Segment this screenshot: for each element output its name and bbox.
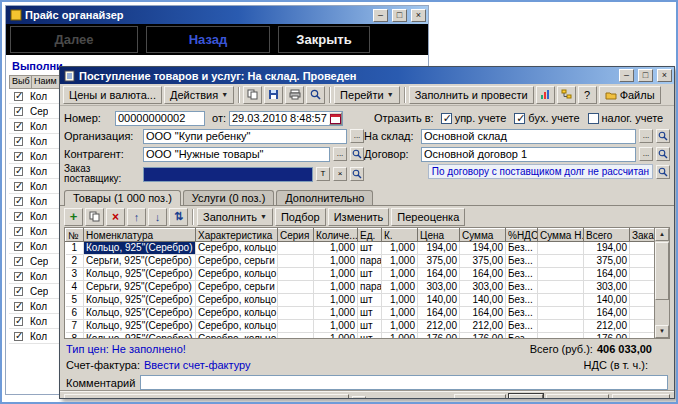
delete-row-icon[interactable]: × bbox=[106, 208, 125, 226]
close-button[interactable]: × bbox=[411, 9, 426, 22]
actions-button[interactable]: Действия ▼ bbox=[164, 86, 234, 104]
checkbox-item[interactable]: бух. учете bbox=[514, 112, 579, 124]
fill-and-post-button[interactable]: Заполнить и провести bbox=[409, 86, 534, 104]
copy-row-icon[interactable] bbox=[85, 208, 104, 226]
structure-icon[interactable] bbox=[557, 86, 576, 104]
row-checkbox[interactable] bbox=[14, 122, 23, 131]
column-header[interactable]: Ед. bbox=[358, 229, 382, 242]
print-form-dropdown[interactable]: ▼ bbox=[352, 396, 366, 399]
table-row[interactable]: 5Кольцо, 925"(Серебро) Серебро, кольцо 1… bbox=[66, 294, 658, 307]
list-item[interactable]: Кол bbox=[9, 299, 63, 314]
scroll-up-icon[interactable]: ▲ bbox=[655, 228, 669, 241]
move-down-icon[interactable]: ↓ bbox=[148, 208, 167, 226]
row-checkbox[interactable] bbox=[14, 152, 23, 161]
row-checkbox[interactable] bbox=[14, 107, 23, 116]
column-header[interactable]: Количе... bbox=[314, 229, 358, 242]
ok-button[interactable]: ОК bbox=[509, 394, 543, 399]
column-header-select[interactable]: Выб bbox=[10, 76, 32, 88]
checkbox-item[interactable]: упр. учете bbox=[441, 112, 507, 124]
debt-link[interactable]: По договору с поставщиком долг не рассчи… bbox=[428, 164, 653, 179]
row-checkbox[interactable] bbox=[14, 137, 23, 146]
list-item[interactable]: Сер bbox=[9, 254, 63, 269]
table-row[interactable]: 1Кольцо, 925"(Серебро) Серебро, кольцо 1… bbox=[66, 242, 658, 255]
row-checkbox[interactable] bbox=[14, 242, 23, 251]
list-item[interactable]: Кол bbox=[9, 149, 63, 164]
open-button[interactable] bbox=[350, 147, 364, 161]
files-button[interactable]: Файлы bbox=[599, 86, 661, 104]
copy-icon[interactable] bbox=[243, 86, 262, 104]
row-checkbox[interactable] bbox=[14, 287, 23, 296]
text-entry-button[interactable]: Т bbox=[316, 167, 330, 181]
close-button[interactable]: × bbox=[657, 69, 672, 82]
column-header[interactable]: Сумма bbox=[460, 229, 506, 242]
column-header[interactable]: К. bbox=[382, 229, 418, 242]
column-header-name[interactable]: Наим bbox=[32, 76, 62, 88]
column-header[interactable]: Серия bbox=[278, 229, 314, 242]
column-header[interactable]: Цена bbox=[418, 229, 460, 242]
list-item[interactable]: Кол bbox=[9, 194, 63, 209]
choose-button[interactable]: ... bbox=[333, 147, 347, 161]
table-row[interactable]: 7Кольцо, 925"(Серебро) Серебро, кольцо 1… bbox=[66, 320, 658, 333]
calendar-button[interactable] bbox=[329, 112, 342, 125]
organization-input[interactable] bbox=[143, 129, 347, 144]
print-button[interactable]: Печать bbox=[454, 394, 506, 399]
close-wizard-button[interactable]: Закрыть bbox=[278, 26, 370, 53]
date-input[interactable] bbox=[229, 111, 343, 126]
row-checkbox[interactable] bbox=[14, 227, 23, 236]
checkbox-item[interactable]: налог. учете bbox=[588, 112, 664, 124]
list-item[interactable]: Кол bbox=[9, 329, 63, 344]
row-checkbox[interactable] bbox=[14, 317, 23, 326]
checkbox[interactable] bbox=[588, 113, 599, 124]
list-item[interactable]: Кол bbox=[9, 89, 63, 104]
fill-button[interactable]: Заполнить ▼ bbox=[197, 208, 273, 226]
price-type-link[interactable]: Тип цен: Не заполнено! bbox=[66, 343, 186, 355]
dialog-titlebar[interactable]: Поступление товаров и услуг: На склад. П… bbox=[60, 67, 674, 84]
list-item[interactable]: Кол bbox=[9, 269, 63, 284]
maximize-button[interactable]: □ bbox=[392, 9, 407, 22]
list-item[interactable]: Кол bbox=[9, 119, 63, 134]
list-item[interactable]: Кол bbox=[9, 314, 63, 329]
maximize-button[interactable]: □ bbox=[638, 69, 653, 82]
help-button[interactable]: ? bbox=[578, 86, 597, 104]
contractor-input[interactable] bbox=[143, 147, 330, 162]
move-up-icon[interactable]: ↑ bbox=[127, 208, 146, 226]
list-item[interactable]: Сер bbox=[9, 284, 63, 299]
comment-input[interactable] bbox=[140, 375, 668, 390]
row-checkbox[interactable] bbox=[14, 212, 23, 221]
open-button[interactable] bbox=[656, 129, 670, 143]
scroll-down-icon[interactable]: ▼ bbox=[655, 325, 669, 338]
row-checkbox[interactable] bbox=[14, 257, 23, 266]
list-item[interactable]: Кол bbox=[9, 164, 63, 179]
list-item[interactable]: Кол bbox=[9, 209, 63, 224]
column-header[interactable]: № bbox=[66, 229, 84, 242]
contract-input[interactable] bbox=[421, 147, 636, 162]
number-input[interactable] bbox=[115, 111, 205, 126]
edit-button[interactable]: Изменить bbox=[328, 208, 390, 226]
reprice-button[interactable]: Переоценка bbox=[391, 208, 465, 226]
add-row-icon[interactable]: + bbox=[64, 208, 83, 226]
column-header[interactable]: %НДС bbox=[506, 229, 538, 242]
list-item[interactable]: Сер bbox=[9, 104, 63, 119]
list-item[interactable]: Кол bbox=[9, 224, 63, 239]
checkbox[interactable] bbox=[441, 113, 452, 124]
choose-button[interactable]: ... bbox=[639, 147, 653, 161]
list-item[interactable]: Кол bbox=[9, 179, 63, 194]
enter-invoice-link[interactable]: Ввести счет-фактуру bbox=[144, 359, 251, 371]
save-button[interactable]: Записать bbox=[546, 394, 609, 399]
column-header[interactable]: Сумма Н... bbox=[538, 229, 584, 242]
tab[interactable]: Товары (1 000 поз.) bbox=[64, 190, 181, 206]
list-item[interactable]: Кол bbox=[9, 239, 63, 254]
open-button[interactable] bbox=[350, 167, 364, 181]
table-row[interactable]: 3Кольцо, 925"(Серебро) Серебро, кольцо 1… bbox=[66, 268, 658, 281]
row-checkbox[interactable] bbox=[14, 272, 23, 281]
find-icon[interactable] bbox=[306, 86, 325, 104]
minimize-button[interactable]: – bbox=[619, 69, 634, 82]
tab[interactable]: Услуги (0 поз.) bbox=[183, 190, 274, 205]
minimize-button[interactable]: – bbox=[373, 9, 388, 22]
save-icon[interactable] bbox=[264, 86, 283, 104]
table-row[interactable]: 6Кольцо, 925"(Серебро) Серебро, кольцо 1… bbox=[66, 307, 658, 320]
table-row[interactable]: 2Серьги, 925"(Серебро) Серебро, серьги 1… bbox=[66, 255, 658, 268]
open-button[interactable] bbox=[656, 147, 670, 161]
torg12-button[interactable]: ТОРГ-12 (Товарная накладная за поставщик… bbox=[64, 394, 349, 399]
list-item[interactable]: Кол bbox=[9, 134, 63, 149]
